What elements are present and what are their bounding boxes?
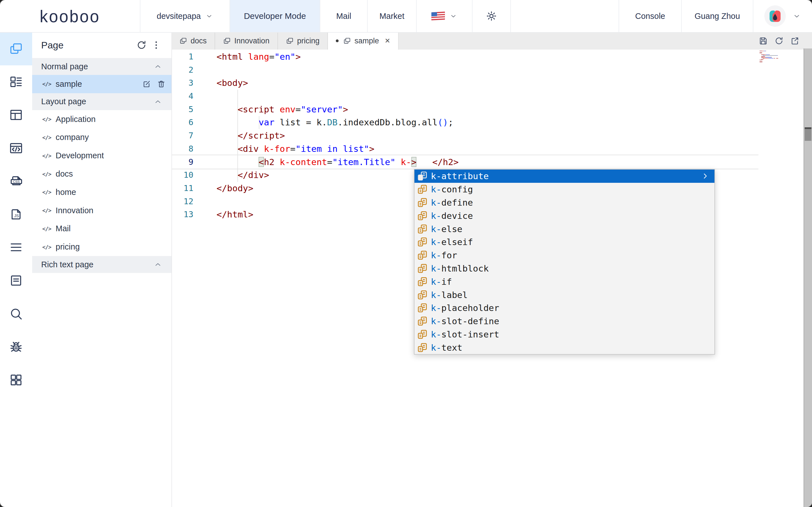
line-number: 1 (171, 50, 199, 63)
tab-pages-icon (286, 37, 294, 45)
list-detail-icon (9, 74, 23, 89)
page-item-pricing[interactable]: </>pricing (32, 238, 171, 256)
sun-icon (486, 10, 497, 22)
chevron-down-icon (793, 12, 801, 20)
section-label: Normal page (41, 62, 153, 71)
suggestion-k-slot-insert[interactable]: k-slot-insert (414, 328, 714, 341)
editor-tab-innovation[interactable]: Innovation (215, 32, 278, 50)
chevron-up-icon (153, 260, 162, 269)
suggestion-k-device[interactable]: k-device (414, 209, 714, 222)
kebab-menu-icon[interactable] (149, 38, 163, 52)
page-item-home[interactable]: </>home (32, 183, 171, 202)
nav-market[interactable]: Market (367, 0, 416, 32)
minimap-line (760, 60, 808, 60)
svg-text:CSS: CSS (13, 180, 20, 183)
autocomplete-popup: k-attributek-configk-definek-devicek-els… (414, 169, 715, 355)
suggestion-label: k-config (431, 184, 473, 194)
page-item-application[interactable]: </>Application (32, 110, 171, 128)
suggestion-k-placeholder[interactable]: k-placeholder (414, 301, 714, 315)
nav-console[interactable]: Console (619, 0, 681, 32)
kooboo-logo-text: kooboo (40, 6, 100, 26)
rail-item-form[interactable] (0, 264, 32, 297)
menu-icon (9, 240, 23, 255)
site-selector[interactable]: devsitepapa (140, 0, 230, 32)
suggestion-label: k-elseif (431, 237, 473, 247)
page-item-company[interactable]: </>company (32, 128, 171, 147)
suggestion-k-config[interactable]: k-config (414, 183, 714, 196)
page-item-innovation[interactable]: </>Innovation (32, 202, 171, 220)
section-normal-page[interactable]: Normal page (32, 58, 171, 75)
suggestion-k-label[interactable]: k-label (414, 288, 714, 301)
page-item-label: Development (56, 151, 166, 160)
suggestion-k-text[interactable]: k-text (414, 341, 714, 354)
suggestion-k-elseif[interactable]: k-elseif (414, 235, 714, 249)
language-selector[interactable] (416, 0, 472, 32)
section-layout-page[interactable]: Layout page (32, 93, 171, 110)
minimap-line (760, 59, 808, 59)
editor-tab-pricing[interactable]: pricing (278, 32, 328, 50)
line-number: 4 (171, 90, 199, 103)
close-icon[interactable]: ✕ (385, 37, 390, 45)
top-bar: kooboo devsitepapa Developer Mode Mail M… (0, 0, 812, 33)
reload-icon[interactable] (774, 36, 784, 46)
rail-item-menu[interactable] (0, 231, 32, 264)
section-rich-text-page[interactable]: Rich text page (32, 256, 171, 273)
us-flag-icon (432, 11, 445, 21)
page-panel-title: Page (41, 40, 134, 51)
property-icon (417, 250, 427, 260)
tab-developer-mode[interactable]: Developer Mode (230, 0, 320, 32)
rail-item-list-detail[interactable] (0, 65, 32, 99)
theme-toggle[interactable] (472, 0, 510, 32)
rail-item-bug[interactable] (0, 330, 32, 363)
trash-icon[interactable] (157, 79, 166, 89)
edit-icon[interactable] (142, 79, 151, 89)
minimap-line (760, 51, 808, 51)
suggestion-k-attribute[interactable]: k-attribute (414, 170, 714, 183)
rail-item-modules[interactable] (0, 363, 32, 397)
site-selector-label: devsitepapa (157, 11, 201, 21)
page-item-sample[interactable]: </>sample (32, 75, 171, 93)
page-item-docs[interactable]: </>docs (32, 165, 171, 183)
page-scrollbar[interactable] (804, 48, 812, 507)
suggestion-k-for[interactable]: k-for (414, 249, 714, 262)
minimap-line (760, 55, 808, 56)
suggestion-label: k-slot-define (431, 316, 499, 326)
rail-item-js-file[interactable]: JS (0, 198, 32, 231)
chevron-up-icon (153, 97, 162, 106)
minimap[interactable] (760, 51, 808, 62)
chevron-down-icon (205, 12, 213, 20)
pages-icon (9, 41, 23, 56)
editor-tab-sample[interactable]: sample✕ (328, 32, 399, 50)
rail-item-layout[interactable] (0, 98, 32, 131)
rail-item-code-window[interactable] (0, 131, 32, 165)
rail-item-pages[interactable] (0, 32, 32, 65)
page-item-mail[interactable]: </>Mail (32, 220, 171, 238)
kooboo-logo[interactable]: kooboo (0, 0, 140, 32)
site-location[interactable]: Guang Zhou (681, 0, 753, 32)
property-icon (417, 198, 427, 208)
suggestion-k-define[interactable]: k-define (414, 196, 714, 209)
scrollbar-thumb[interactable] (805, 129, 811, 141)
open-external-icon[interactable] (790, 36, 800, 46)
suggestion-k-htmlblock[interactable]: k-htmlblock (414, 262, 714, 275)
save-icon[interactable] (758, 36, 768, 46)
page-item-development[interactable]: </>Development (32, 147, 171, 165)
nav-mail[interactable]: Mail (320, 0, 367, 32)
suggestion-k-else[interactable]: k-else (414, 222, 714, 235)
rail-item-search[interactable] (0, 297, 32, 330)
editor-tab-docs[interactable]: docs (171, 32, 215, 50)
suggestion-k-slot-define[interactable]: k-slot-define (414, 315, 714, 328)
console-label: Console (635, 11, 665, 21)
line-number: 7 (171, 129, 199, 142)
code-line-6: var list = k.DB.indexedDb.blog.all(); (216, 116, 459, 129)
line-number: 12 (171, 195, 199, 208)
code-window-icon (9, 141, 23, 156)
suggestion-k-if[interactable]: k-if (414, 275, 714, 288)
refresh-icon[interactable] (134, 38, 149, 52)
rail-item-css-file[interactable]: CSS (0, 165, 32, 198)
property-icon (417, 303, 427, 313)
account-menu[interactable] (753, 0, 812, 32)
minimap-line (760, 57, 808, 57)
suggestion-label: k-else (431, 224, 462, 234)
page-panel: Page Normal page</>sampleLayout page</>A… (32, 32, 172, 507)
